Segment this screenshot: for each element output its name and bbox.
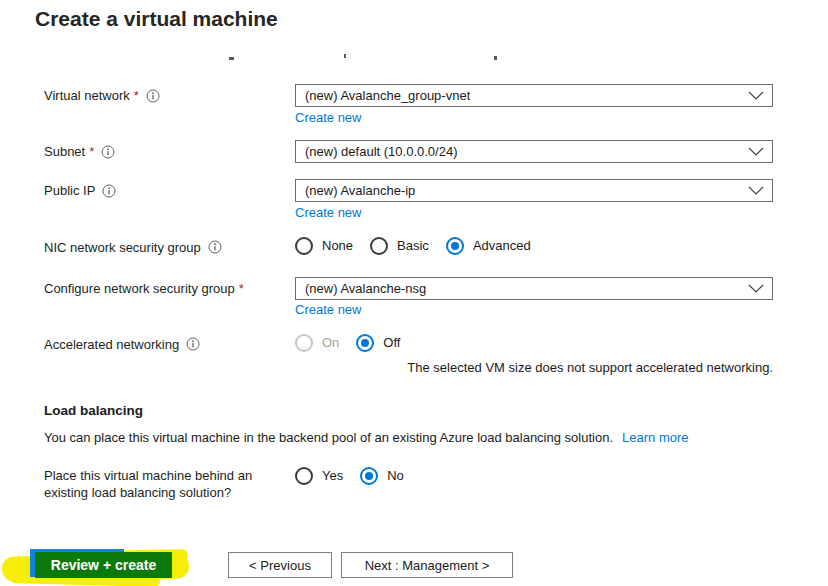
info-icon[interactable] [186,337,200,351]
subnet-select[interactable]: (new) default (10.0.0.0/24) [295,140,773,163]
chevron-down-icon [748,281,764,296]
radio-none[interactable]: None [295,237,353,255]
accelerated-networking-note: The selected VM size does not support ac… [295,360,773,375]
info-icon[interactable] [102,184,116,198]
cropped-text-remnant [344,54,346,58]
load-balancing-heading: Load balancing [44,403,143,418]
radio-circle [295,237,313,255]
radio-circle [295,467,313,485]
configure-nsg-create-new-link[interactable]: Create new [295,302,361,317]
public-ip-select[interactable]: (new) Avalanche-ip [295,179,773,202]
radio-circle [446,237,464,255]
learn-more-link[interactable]: Learn more [622,430,688,445]
virtual-network-label: Virtual network * [44,84,160,107]
public-ip-label: Public IP [44,179,116,202]
chevron-down-icon [748,144,764,159]
create-vm-page: Create a virtual machine Virtual network… [0,0,828,586]
required-asterisk: * [239,281,244,296]
radio-off[interactable]: Off [356,334,400,352]
accelerated-networking-radio-group: On Off [295,333,400,352]
load-balancing-radio-group: Yes No [295,466,404,485]
radio-circle [370,237,388,255]
radio-circle [295,334,313,352]
configure-nsg-select[interactable]: (new) Avalanche-nsg [295,277,773,300]
previous-button[interactable]: < Previous [228,552,332,578]
required-asterisk: * [134,88,139,103]
public-ip-create-new-link[interactable]: Create new [295,205,361,220]
radio-no[interactable]: No [360,467,404,485]
radio-circle [356,334,374,352]
load-balancing-description: You can place this virtual machine in th… [44,430,689,445]
subnet-label: Subnet * [44,140,115,163]
chevron-down-icon [748,88,764,103]
radio-advanced[interactable]: Advanced [446,237,531,255]
radio-yes[interactable]: Yes [295,467,343,485]
nic-nsg-label: NIC network security group [44,238,222,256]
virtual-network-select[interactable]: (new) Avalanche_group-vnet [295,84,773,107]
info-icon[interactable] [101,145,115,159]
chevron-down-icon [748,183,764,198]
load-balancing-question-label: Place this virtual machine behind an exi… [44,467,296,501]
radio-on: On [295,334,339,352]
info-icon[interactable] [146,89,160,103]
radio-basic[interactable]: Basic [370,237,429,255]
configure-nsg-label: Configure network security group * [44,277,244,300]
cropped-text-remnant [494,56,497,60]
nic-nsg-radio-group: None Basic Advanced [295,236,531,255]
page-title: Create a virtual machine [35,7,278,31]
info-icon[interactable] [208,240,222,254]
cropped-text-remnant [229,57,234,60]
required-asterisk: * [89,144,94,159]
review-create-button[interactable]: Review + create [35,552,172,578]
virtual-network-create-new-link[interactable]: Create new [295,110,361,125]
accelerated-networking-label: Accelerated networking [44,335,200,353]
radio-circle [360,467,378,485]
next-management-button[interactable]: Next : Management > [341,552,513,578]
